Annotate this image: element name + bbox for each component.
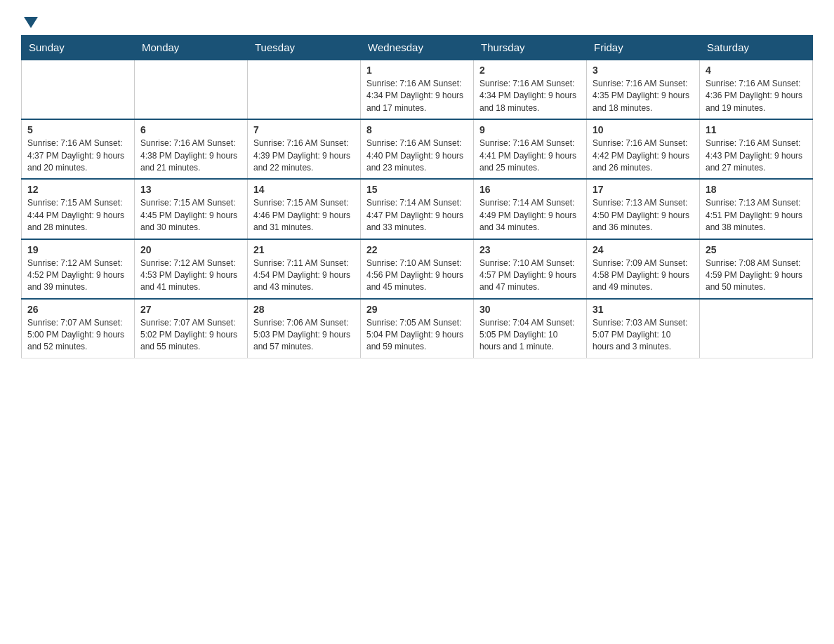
- calendar-week-row: 26Sunrise: 7:07 AM Sunset: 5:00 PM Dayli…: [22, 299, 813, 358]
- calendar-day-cell: 31Sunrise: 7:03 AM Sunset: 5:07 PM Dayli…: [587, 299, 700, 358]
- day-number: 13: [140, 184, 241, 195]
- day-info: Sunrise: 7:13 AM Sunset: 4:51 PM Dayligh…: [706, 197, 807, 234]
- day-number: 24: [593, 244, 694, 255]
- calendar-day-cell: 6Sunrise: 7:16 AM Sunset: 4:38 PM Daylig…: [135, 119, 248, 179]
- calendar-week-row: 19Sunrise: 7:12 AM Sunset: 4:52 PM Dayli…: [22, 239, 813, 299]
- day-number: 6: [140, 124, 241, 135]
- weekday-header-row: SundayMondayTuesdayWednesdayThursdayFrid…: [22, 36, 813, 60]
- calendar-week-row: 12Sunrise: 7:15 AM Sunset: 4:44 PM Dayli…: [22, 179, 813, 239]
- calendar-day-cell: 2Sunrise: 7:16 AM Sunset: 4:34 PM Daylig…: [474, 60, 587, 119]
- day-number: 25: [706, 244, 807, 255]
- calendar-day-cell: 19Sunrise: 7:12 AM Sunset: 4:52 PM Dayli…: [22, 239, 135, 299]
- calendar-day-cell: 12Sunrise: 7:15 AM Sunset: 4:44 PM Dayli…: [22, 179, 135, 239]
- day-number: 17: [593, 184, 694, 195]
- day-number: 9: [479, 124, 581, 135]
- day-number: 1: [366, 65, 468, 76]
- day-info: Sunrise: 7:16 AM Sunset: 4:42 PM Dayligh…: [593, 137, 694, 174]
- calendar-day-cell: [135, 60, 248, 119]
- day-info: Sunrise: 7:16 AM Sunset: 4:43 PM Dayligh…: [706, 137, 807, 174]
- day-info: Sunrise: 7:15 AM Sunset: 4:46 PM Dayligh…: [253, 197, 355, 234]
- day-number: 2: [479, 65, 581, 76]
- weekday-header-wednesday: Wednesday: [361, 36, 474, 60]
- calendar-table: SundayMondayTuesdayWednesdayThursdayFrid…: [21, 35, 813, 358]
- calendar-day-cell: 15Sunrise: 7:14 AM Sunset: 4:47 PM Dayli…: [361, 179, 474, 239]
- day-number: 4: [706, 65, 807, 76]
- day-info: Sunrise: 7:16 AM Sunset: 4:39 PM Dayligh…: [253, 137, 355, 174]
- day-number: 21: [253, 244, 355, 255]
- day-info: Sunrise: 7:16 AM Sunset: 4:37 PM Dayligh…: [27, 137, 128, 174]
- calendar-week-row: 1Sunrise: 7:16 AM Sunset: 4:34 PM Daylig…: [22, 60, 813, 119]
- day-number: 20: [140, 244, 241, 255]
- page-header: [21, 14, 813, 28]
- day-info: Sunrise: 7:16 AM Sunset: 4:36 PM Dayligh…: [706, 78, 807, 114]
- calendar-day-cell: 28Sunrise: 7:06 AM Sunset: 5:03 PM Dayli…: [248, 299, 361, 358]
- day-number: 15: [366, 184, 468, 195]
- day-info: Sunrise: 7:07 AM Sunset: 5:02 PM Dayligh…: [140, 317, 241, 354]
- day-info: Sunrise: 7:07 AM Sunset: 5:00 PM Dayligh…: [27, 317, 128, 354]
- weekday-header-saturday: Saturday: [700, 36, 813, 60]
- day-info: Sunrise: 7:11 AM Sunset: 4:54 PM Dayligh…: [253, 257, 355, 294]
- day-info: Sunrise: 7:12 AM Sunset: 4:53 PM Dayligh…: [140, 257, 241, 294]
- day-info: Sunrise: 7:14 AM Sunset: 4:49 PM Dayligh…: [479, 197, 581, 234]
- day-info: Sunrise: 7:16 AM Sunset: 4:35 PM Dayligh…: [593, 78, 694, 114]
- calendar-day-cell: 17Sunrise: 7:13 AM Sunset: 4:50 PM Dayli…: [587, 179, 700, 239]
- calendar-day-cell: 14Sunrise: 7:15 AM Sunset: 4:46 PM Dayli…: [248, 179, 361, 239]
- day-info: Sunrise: 7:08 AM Sunset: 4:59 PM Dayligh…: [706, 257, 807, 294]
- calendar-day-cell: 7Sunrise: 7:16 AM Sunset: 4:39 PM Daylig…: [248, 119, 361, 179]
- calendar-day-cell: 30Sunrise: 7:04 AM Sunset: 5:05 PM Dayli…: [474, 299, 587, 358]
- day-number: 10: [593, 124, 694, 135]
- logo-top: [21, 14, 38, 28]
- day-info: Sunrise: 7:12 AM Sunset: 4:52 PM Dayligh…: [27, 257, 128, 294]
- day-info: Sunrise: 7:10 AM Sunset: 4:57 PM Dayligh…: [479, 257, 581, 294]
- calendar-day-cell: 27Sunrise: 7:07 AM Sunset: 5:02 PM Dayli…: [135, 299, 248, 358]
- day-info: Sunrise: 7:06 AM Sunset: 5:03 PM Dayligh…: [253, 317, 355, 354]
- day-number: 11: [706, 124, 807, 135]
- day-info: Sunrise: 7:15 AM Sunset: 4:44 PM Dayligh…: [27, 197, 128, 234]
- calendar-day-cell: 8Sunrise: 7:16 AM Sunset: 4:40 PM Daylig…: [361, 119, 474, 179]
- day-info: Sunrise: 7:16 AM Sunset: 4:38 PM Dayligh…: [140, 137, 241, 174]
- weekday-header-thursday: Thursday: [474, 36, 587, 60]
- day-number: 28: [253, 304, 355, 315]
- calendar-day-cell: 25Sunrise: 7:08 AM Sunset: 4:59 PM Dayli…: [700, 239, 813, 299]
- day-info: Sunrise: 7:10 AM Sunset: 4:56 PM Dayligh…: [366, 257, 468, 294]
- calendar-day-cell: 20Sunrise: 7:12 AM Sunset: 4:53 PM Dayli…: [135, 239, 248, 299]
- calendar-day-cell: 16Sunrise: 7:14 AM Sunset: 4:49 PM Dayli…: [474, 179, 587, 239]
- day-number: 29: [366, 304, 468, 315]
- calendar-day-cell: 18Sunrise: 7:13 AM Sunset: 4:51 PM Dayli…: [700, 179, 813, 239]
- day-number: 30: [479, 304, 581, 315]
- calendar-week-row: 5Sunrise: 7:16 AM Sunset: 4:37 PM Daylig…: [22, 119, 813, 179]
- day-number: 7: [253, 124, 355, 135]
- calendar-day-cell: 24Sunrise: 7:09 AM Sunset: 4:58 PM Dayli…: [587, 239, 700, 299]
- day-info: Sunrise: 7:16 AM Sunset: 4:34 PM Dayligh…: [366, 78, 468, 114]
- weekday-header-sunday: Sunday: [22, 36, 135, 60]
- day-number: 22: [366, 244, 468, 255]
- day-number: 23: [479, 244, 581, 255]
- day-info: Sunrise: 7:16 AM Sunset: 4:34 PM Dayligh…: [479, 78, 581, 114]
- calendar-day-cell: [700, 299, 813, 358]
- calendar-day-cell: 1Sunrise: 7:16 AM Sunset: 4:34 PM Daylig…: [361, 60, 474, 119]
- day-number: 26: [27, 304, 128, 315]
- day-info: Sunrise: 7:15 AM Sunset: 4:45 PM Dayligh…: [140, 197, 241, 234]
- weekday-header-tuesday: Tuesday: [248, 36, 361, 60]
- calendar-day-cell: 23Sunrise: 7:10 AM Sunset: 4:57 PM Dayli…: [474, 239, 587, 299]
- calendar-day-cell: [248, 60, 361, 119]
- day-number: 18: [706, 184, 807, 195]
- weekday-header-monday: Monday: [135, 36, 248, 60]
- day-info: Sunrise: 7:13 AM Sunset: 4:50 PM Dayligh…: [593, 197, 694, 234]
- calendar-day-cell: 5Sunrise: 7:16 AM Sunset: 4:37 PM Daylig…: [22, 119, 135, 179]
- calendar-day-cell: 13Sunrise: 7:15 AM Sunset: 4:45 PM Dayli…: [135, 179, 248, 239]
- day-info: Sunrise: 7:16 AM Sunset: 4:40 PM Dayligh…: [366, 137, 468, 174]
- calendar-day-cell: 26Sunrise: 7:07 AM Sunset: 5:00 PM Dayli…: [22, 299, 135, 358]
- day-info: Sunrise: 7:09 AM Sunset: 4:58 PM Dayligh…: [593, 257, 694, 294]
- day-number: 12: [27, 184, 128, 195]
- day-info: Sunrise: 7:05 AM Sunset: 5:04 PM Dayligh…: [366, 317, 468, 354]
- calendar-day-cell: 29Sunrise: 7:05 AM Sunset: 5:04 PM Dayli…: [361, 299, 474, 358]
- calendar-day-cell: 21Sunrise: 7:11 AM Sunset: 4:54 PM Dayli…: [248, 239, 361, 299]
- day-number: 14: [253, 184, 355, 195]
- calendar-day-cell: 4Sunrise: 7:16 AM Sunset: 4:36 PM Daylig…: [700, 60, 813, 119]
- day-number: 5: [27, 124, 128, 135]
- day-info: Sunrise: 7:04 AM Sunset: 5:05 PM Dayligh…: [479, 317, 581, 354]
- logo-arrow-icon: [24, 17, 38, 28]
- calendar-day-cell: [22, 60, 135, 119]
- logo: [21, 14, 38, 28]
